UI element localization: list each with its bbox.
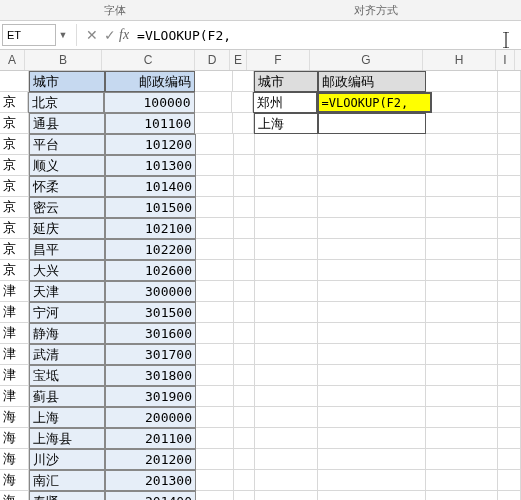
cell[interactable]	[234, 365, 255, 386]
cell[interactable]	[426, 365, 498, 386]
cell-a[interactable]: 京	[0, 260, 29, 281]
cell-city[interactable]: 奉贤	[29, 491, 105, 500]
cell-code[interactable]: 201100	[105, 428, 196, 449]
cell[interactable]	[255, 470, 318, 491]
cell[interactable]	[255, 155, 318, 176]
cell-code[interactable]: 101400	[105, 176, 196, 197]
cell-city[interactable]: 怀柔	[29, 176, 105, 197]
cell[interactable]	[233, 113, 254, 134]
spreadsheet-grid[interactable]: A B C D E F G H I 城市邮政编码城市邮政编码京北京100000郑…	[0, 50, 521, 500]
cell[interactable]	[498, 239, 521, 260]
cell[interactable]	[498, 134, 521, 155]
cell-city[interactable]: 宝坻	[29, 365, 105, 386]
cell[interactable]	[196, 218, 234, 239]
cell-city[interactable]: 昌平	[29, 239, 105, 260]
cell[interactable]	[234, 260, 255, 281]
cell-city[interactable]: 上海	[29, 407, 105, 428]
cell[interactable]	[426, 197, 498, 218]
cell[interactable]	[426, 491, 498, 500]
cell-a[interactable]: 津	[0, 323, 29, 344]
cell[interactable]	[196, 344, 234, 365]
cell[interactable]	[196, 134, 234, 155]
cell-city[interactable]: 顺义	[29, 155, 105, 176]
cell[interactable]	[233, 71, 254, 92]
cell[interactable]	[196, 176, 234, 197]
cell-a[interactable]: 京	[0, 92, 28, 113]
cell[interactable]	[255, 134, 318, 155]
cell[interactable]	[426, 218, 498, 239]
cell[interactable]	[426, 323, 498, 344]
cell[interactable]	[196, 407, 234, 428]
cell[interactable]	[234, 155, 255, 176]
cell[interactable]	[234, 302, 255, 323]
cell[interactable]	[196, 491, 234, 500]
cell[interactable]	[255, 302, 318, 323]
cell[interactable]	[426, 260, 498, 281]
cell-a[interactable]: 京	[0, 239, 29, 260]
cell-city[interactable]: 通县	[29, 113, 105, 134]
cell[interactable]	[196, 155, 234, 176]
cell[interactable]	[234, 470, 255, 491]
cell[interactable]	[234, 386, 255, 407]
right-cell-city[interactable]: 郑州	[253, 92, 316, 113]
col-header-B[interactable]: B	[25, 50, 102, 70]
cell[interactable]	[234, 176, 255, 197]
cell-a[interactable]: 京	[0, 134, 29, 155]
cell[interactable]	[255, 281, 318, 302]
cell[interactable]	[498, 449, 521, 470]
cell[interactable]	[426, 155, 498, 176]
cell[interactable]	[234, 407, 255, 428]
cell-city[interactable]: 延庆	[29, 218, 105, 239]
cell[interactable]	[426, 407, 498, 428]
cell-a[interactable]: 京	[0, 197, 29, 218]
cell-code[interactable]: 102100	[105, 218, 196, 239]
cell[interactable]	[196, 239, 234, 260]
cell[interactable]	[318, 197, 426, 218]
cell[interactable]	[318, 323, 426, 344]
cell-city[interactable]: 蓟县	[29, 386, 105, 407]
cell[interactable]	[255, 176, 318, 197]
col-header-F[interactable]: F	[247, 50, 310, 70]
right-cell-city[interactable]: 上海	[254, 113, 318, 134]
cell[interactable]	[234, 449, 255, 470]
cell[interactable]	[255, 449, 318, 470]
cell[interactable]	[318, 176, 426, 197]
cell[interactable]	[318, 239, 426, 260]
cell-city[interactable]: 南汇	[29, 470, 105, 491]
cell[interactable]	[0, 71, 29, 92]
col-header-G[interactable]: G	[310, 50, 423, 70]
cell[interactable]	[426, 470, 498, 491]
cell[interactable]	[195, 71, 233, 92]
cell-city[interactable]: 静海	[29, 323, 105, 344]
cell[interactable]	[318, 386, 426, 407]
editing-cell[interactable]: =VLOOKUP(F2,	[317, 92, 432, 113]
cell-code[interactable]: 100000	[104, 92, 194, 113]
cell-a[interactable]: 海	[0, 449, 29, 470]
cell-city[interactable]: 宁河	[29, 302, 105, 323]
cell[interactable]	[426, 239, 498, 260]
cell[interactable]	[426, 134, 498, 155]
cell-a[interactable]: 京	[0, 218, 29, 239]
cell[interactable]	[196, 197, 234, 218]
cell[interactable]	[196, 365, 234, 386]
cell[interactable]	[196, 302, 234, 323]
left-header-postcode[interactable]: 邮政编码	[105, 71, 196, 92]
cell[interactable]	[498, 470, 521, 491]
cell-city[interactable]: 上海县	[29, 428, 105, 449]
col-header-A[interactable]: A	[0, 50, 25, 70]
name-box[interactable]: ET	[2, 24, 56, 46]
cell[interactable]	[255, 386, 318, 407]
cell[interactable]	[498, 260, 521, 281]
cell[interactable]	[498, 155, 521, 176]
cell-city[interactable]: 武清	[29, 344, 105, 365]
cell[interactable]	[234, 428, 255, 449]
cell[interactable]	[255, 197, 318, 218]
cell[interactable]	[234, 134, 255, 155]
cell[interactable]	[318, 449, 426, 470]
cell[interactable]	[498, 197, 521, 218]
cell[interactable]	[255, 323, 318, 344]
cell[interactable]	[498, 71, 521, 92]
cell[interactable]	[255, 344, 318, 365]
cell[interactable]	[234, 281, 255, 302]
cell[interactable]	[318, 344, 426, 365]
